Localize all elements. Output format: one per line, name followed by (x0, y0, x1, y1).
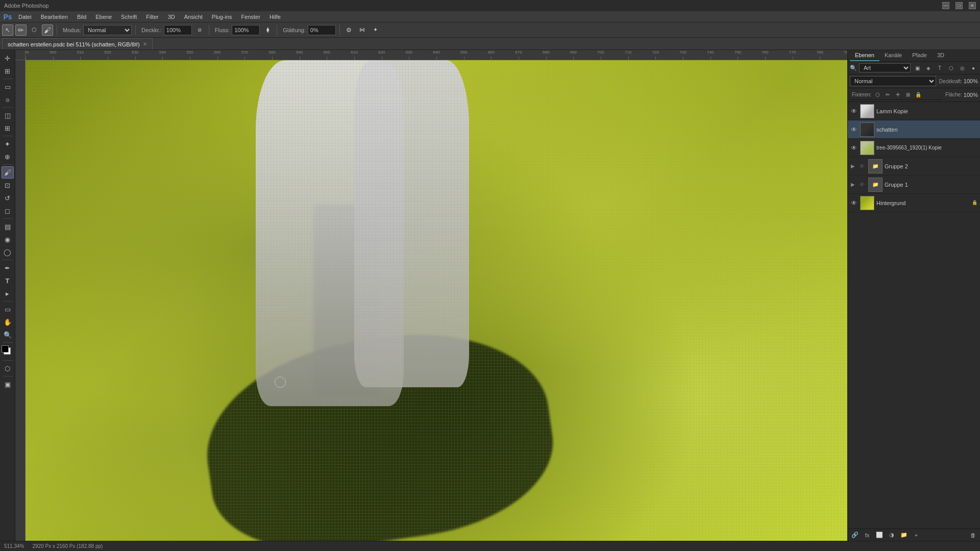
brush-extra-icon[interactable]: ✦ (370, 24, 381, 36)
filter-adjust-icon[interactable]: ◈ (924, 63, 933, 72)
fill-value[interactable]: 100% (964, 92, 978, 98)
filter-shape-icon[interactable]: ⬡ (946, 63, 955, 72)
filter-smart-icon[interactable]: ◎ (958, 63, 967, 72)
settings-icon[interactable]: ⚙ (344, 24, 355, 36)
brush-icon[interactable]: 🖌 (42, 24, 53, 36)
filter-type-icon[interactable]: T (935, 63, 944, 72)
tab-ebenen[interactable]: Ebenen (850, 50, 879, 61)
canvas-image[interactable] (26, 60, 847, 541)
tab-kanale[interactable]: Kanäle (879, 50, 907, 61)
menu-item-bild[interactable]: Bild (73, 13, 90, 21)
opacity-value[interactable]: 100% (964, 78, 978, 84)
menu-item-datei[interactable]: Datei (14, 13, 36, 21)
add-adjustment-btn[interactable]: ◑ (887, 531, 897, 540)
menu-item-3d[interactable]: 3D (164, 13, 179, 21)
layer-visibility-toggle[interactable]: 👁 (850, 107, 858, 115)
symmetry-icon[interactable]: ⋈ (357, 24, 368, 36)
titlebar: Adobe Photoshop — □ ✕ (0, 0, 980, 11)
menu-item-schrift[interactable]: Schrift (117, 13, 141, 21)
layer-visibility-toggle[interactable]: 👁 (858, 162, 866, 170)
tool-brush[interactable]: ✏ (15, 24, 27, 36)
layer-type-filter[interactable]: Art Name Effekt (859, 63, 911, 72)
lock-all-btn[interactable]: 🔒 (914, 90, 922, 98)
brush-tool[interactable]: 🖌 (2, 166, 14, 179)
minimize-button[interactable]: — (942, 2, 949, 9)
shape-tool[interactable]: ▭ (2, 303, 14, 315)
tool-arrow[interactable]: ↖ (2, 24, 13, 36)
airbrush-icon[interactable]: ⧫ (262, 24, 273, 36)
layer-visibility-toggle[interactable]: 👁 (850, 126, 858, 134)
modus-select[interactable]: Normal Multiplizieren Abdunkeln (83, 25, 132, 35)
healing-tool[interactable]: ⊕ (2, 151, 14, 163)
layer-visibility-toggle[interactable]: 👁 (850, 199, 858, 207)
menu-item-fenster[interactable]: Fenster (237, 13, 264, 21)
fluss-input[interactable] (232, 25, 260, 35)
tool-brush2[interactable]: ⬡ (29, 24, 40, 36)
quick-mask-tool[interactable]: ⬡ (2, 362, 14, 374)
object-select-tool[interactable]: ◫ (2, 109, 14, 121)
gradient-tool[interactable]: ▤ (2, 220, 14, 233)
blend-mode-select[interactable]: Normal Multiplizieren Abdunkeln Aufhelle… (850, 76, 936, 86)
filter-pixel-icon[interactable]: ▣ (913, 63, 922, 72)
menu-item-plug-ins[interactable]: Plug-ins (208, 13, 236, 21)
menu-item-hilfe[interactable]: Hilfe (265, 13, 285, 21)
tab-3d[interactable]: 3D (932, 50, 949, 61)
layer-item[interactable]: 👁 schatten (848, 120, 980, 139)
color-swatches[interactable] (2, 345, 14, 358)
group-expand-arrow[interactable]: ▶ (850, 163, 856, 169)
menu-item-bearbeiten[interactable]: Bearbeiten (37, 13, 72, 21)
opacity-group: Deckkraft: 100% (939, 78, 978, 84)
lock-position-btn[interactable]: ✛ (894, 90, 902, 98)
menu-item-ebene[interactable]: Ebene (91, 13, 116, 21)
pressure-opacity-icon[interactable]: ⊘ (194, 24, 205, 36)
layer-item[interactable]: 👁 tree-3095663_1920(1) Kopie (848, 139, 980, 157)
add-style-btn[interactable]: fx (862, 531, 872, 540)
layer-visibility-toggle[interactable]: 👁 (858, 181, 866, 189)
add-layer-btn[interactable]: + (911, 531, 921, 540)
lock-paint-btn[interactable]: ✏ (884, 90, 892, 98)
move-tool[interactable]: ✛ (2, 52, 14, 64)
group-expand-arrow[interactable]: ▶ (850, 182, 856, 188)
canvas-content[interactable] (26, 60, 847, 541)
layer-group-item[interactable]: ▶ 👁 📁 Gruppe 2 (848, 157, 980, 176)
layer-visibility-toggle[interactable]: 👁 (850, 144, 858, 152)
screen-mode-tool[interactable]: ▣ (2, 378, 14, 390)
layer-item[interactable]: 👁 Lamm Kopie (848, 102, 980, 120)
add-mask-btn[interactable]: ⬜ (874, 531, 885, 540)
deckkraft-input[interactable] (164, 25, 192, 35)
close-button[interactable]: ✕ (969, 2, 976, 9)
tab-pfade[interactable]: Pfade (907, 50, 932, 61)
eraser-tool[interactable]: ◻ (2, 205, 14, 217)
ps-logo[interactable]: Ps (2, 11, 13, 22)
add-link-btn[interactable]: 🔗 (850, 531, 860, 540)
menu-item-filter[interactable]: Filter (142, 13, 162, 21)
lock-artboard-btn[interactable]: ⊞ (904, 90, 912, 98)
lasso-tool[interactable]: ⌾ (2, 93, 14, 106)
deckkraft-label: Deckkr.: (141, 27, 162, 33)
zoom-tool[interactable]: 🔍 (2, 329, 14, 341)
filter-toggle[interactable]: ● (969, 63, 978, 72)
crop-tool[interactable]: ⊞ (2, 122, 14, 134)
marquee-tool[interactable]: ▭ (2, 81, 14, 93)
type-tool[interactable]: T (2, 274, 14, 287)
layer-item[interactable]: 👁 Hintergrund 🔒 (848, 194, 980, 212)
stamp-tool[interactable]: ⊡ (2, 179, 14, 191)
menu-item-ansicht[interactable]: Ansicht (180, 13, 207, 21)
artboard-tool[interactable]: ⊞ (2, 65, 14, 77)
tab-close-button[interactable]: ✕ (143, 41, 147, 47)
delete-layer-btn[interactable]: 🗑 (968, 531, 978, 540)
layer-group-item[interactable]: ▶ 👁 📁 Gruppe 1 (848, 176, 980, 194)
maximize-button[interactable]: □ (955, 2, 963, 9)
history-brush-tool[interactable]: ↺ (2, 192, 14, 204)
lock-transparent-btn[interactable]: ⬡ (873, 90, 881, 98)
layers-lock-bar: Fixieren: ⬡ ✏ ✛ ⊞ 🔒 (850, 89, 942, 100)
dodge-tool[interactable]: ◯ (2, 246, 14, 258)
active-tab[interactable]: schatten erstellen.psdc bei 511% (schatt… (2, 38, 153, 49)
eyedropper-tool[interactable]: ✦ (2, 138, 14, 150)
path-select-tool[interactable]: ▸ (2, 287, 14, 299)
glattung-input[interactable] (308, 25, 336, 35)
pen-tool[interactable]: ✒ (2, 262, 14, 274)
add-group-btn[interactable]: 📁 (899, 531, 909, 540)
hand-tool[interactable]: ✋ (2, 316, 14, 328)
blur-tool[interactable]: ◉ (2, 233, 14, 245)
